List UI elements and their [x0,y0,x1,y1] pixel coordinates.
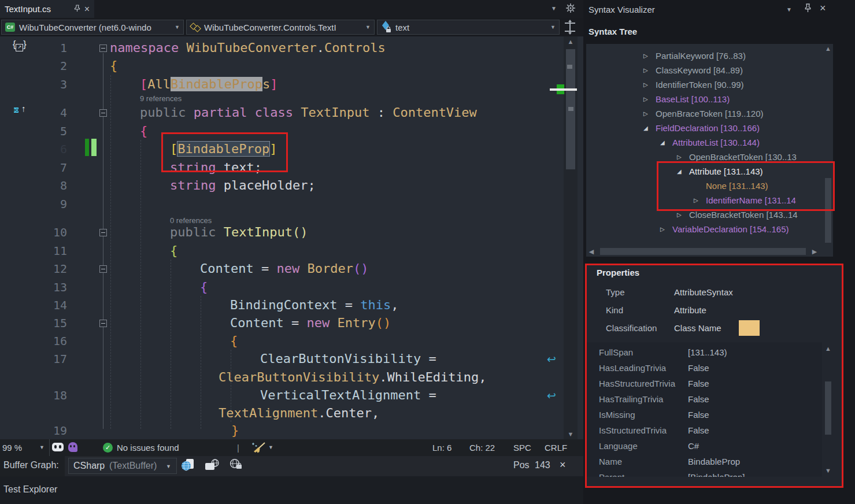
code-token: TextInput [301,105,369,120]
property-grid-row[interactable]: FullSpan[131..143) [586,344,822,360]
scrollbar-caret-mark [550,88,577,91]
fold-collapse-icon[interactable] [99,45,107,52]
buffer-graph-combo[interactable]: CSharp (TextBuffer) ▼ [68,458,177,474]
property-label: IsMissing [599,407,687,423]
scroll-left-icon[interactable]: ◀ [587,248,595,255]
tree-scrollbar-v[interactable]: ▲ [823,44,833,246]
tree-collapsed-icon[interactable]: ▷ [694,193,698,207]
tree-collapsed-icon[interactable]: ▷ [643,63,648,77]
line-number: 6 [23,140,67,158]
line-number: 3 [23,75,67,94]
tree-item[interactable]: ▷IdentifierName [131..14 [586,193,820,207]
tree-item-label: Attribute [131..143) [689,164,763,179]
tree-collapsed-icon[interactable]: ▷ [643,77,648,92]
scroll-up-icon[interactable]: ▲ [823,45,833,52]
tree-item[interactable]: None [131..143) [586,179,820,193]
properties-panel: Properties TypeAttributeSyntaxKindAttrib… [585,264,843,488]
property-grid-row[interactable]: NameBindableProp [586,454,822,469]
code-token: Controls [324,40,386,55]
chevron-down-icon[interactable]: ▼ [268,439,273,456]
property-value: Attribute [674,301,706,319]
scroll-down-icon[interactable]: ▼ [564,431,578,438]
property-grid-row[interactable]: HasStructuredTriviaFalse [586,376,822,391]
zoom-control[interactable]: 99 % ▼ [0,439,50,456]
scroll-right-icon[interactable]: ▶ [810,248,819,255]
properties-scrollbar[interactable]: ▲ ▼ [823,343,833,477]
inheritance-io-icon[interactable]: IO ↑ [14,103,25,114]
tree-item[interactable]: ▷OpenBracketToken [130..13 [586,150,820,164]
property-label: HasStructuredTrivia [599,376,687,391]
pin-icon[interactable] [804,3,812,16]
intellicode-icon[interactable] [68,442,77,452]
tree-item[interactable]: ▷PartialKeyword [76..83) [586,49,820,63]
issues-status[interactable]: No issues found [117,439,179,456]
tree-item[interactable]: ▷CloseBracketToken [143..14 [586,207,820,222]
tree-collapsed-icon[interactable]: ▷ [643,49,648,63]
code-line: Content = new Border() [200,260,368,278]
fold-collapse-icon[interactable] [99,265,107,273]
fold-collapse-icon[interactable] [99,109,107,117]
code-token: .Center, [318,406,379,420]
classification-color-swatch [739,320,760,336]
scrollbar-thumb[interactable] [825,381,831,435]
tree-item[interactable]: ◢FieldDeclaration [130..166) [586,121,820,135]
property-label: Kind [606,301,674,319]
fold-collapse-icon[interactable] [99,320,107,327]
tree-expanded-icon[interactable]: ◢ [677,164,682,179]
tree-item[interactable]: ▷IdentifierToken [90..99) [586,77,820,92]
property-grid-row[interactable]: LanguageC# [586,438,822,454]
chevron-down-icon: ▼ [166,464,171,469]
fold-collapse-icon[interactable] [99,229,107,236]
tree-item-label: ClassKeyword [84..89) [656,63,743,77]
tree-item[interactable]: ▷VariableDeclaration [154..165) [586,222,820,236]
code-cleanup-broom-icon[interactable] [251,442,266,456]
code-line: namespace WibuTubeConverter.Controls [110,39,386,57]
tree-collapsed-icon[interactable]: ▷ [677,150,682,164]
tree-expanded-icon[interactable]: ◢ [643,121,648,135]
property-grid-row[interactable]: IsStructuredTriviaFalse [586,423,822,438]
tree-item[interactable]: ▷ClassKeyword [84..89) [586,63,820,77]
scroll-down-icon[interactable]: ▼ [823,467,833,474]
tree-item[interactable]: ◢AttributeList [130..144) [586,135,820,150]
editor-region: 1namespace WibuTubeConverter.Controls2{3… [0,0,583,504]
property-summary-row: ClassificationClass Name [585,319,839,337]
tree-collapsed-icon[interactable]: ▷ [677,207,682,222]
tree-item[interactable]: ▷OpenBraceToken [119..120) [586,106,820,121]
property-value: BindableProp [688,454,740,469]
codelens-references[interactable]: 9 references [140,94,182,103]
scroll-up-icon[interactable]: ▲ [564,38,578,45]
tree-item[interactable]: ▷BaseList [100..113) [586,92,820,106]
code-token: class [255,105,293,120]
tree-collapsed-icon[interactable]: ▷ [643,92,648,106]
editor-scrollbar[interactable]: ▲ ▼ [564,36,578,439]
tree-item[interactable]: ◢Attribute [131..143) [586,164,820,179]
close-panel-icon[interactable]: × [820,2,826,14]
close-icon[interactable]: × [560,459,566,471]
code-editor[interactable]: 1namespace WibuTubeConverter.Controls2{3… [0,36,583,439]
globe-lock-icon[interactable] [230,458,240,471]
property-value: False [688,360,709,376]
property-summary-row: TypeAttributeSyntax [585,283,839,301]
tree-expanded-icon[interactable]: ◢ [660,135,665,150]
syntax-tree-label: Syntax Tree [588,27,637,36]
test-explorer-label[interactable]: Test Explorer [3,484,57,495]
code-token: namespace [110,40,179,55]
tree-collapsed-icon[interactable]: ▷ [643,106,648,121]
code-token: { [140,124,147,138]
property-grid-row[interactable]: HasTrailingTriviaFalse [586,391,822,407]
line-number: 17 [23,350,67,368]
line-number: 12 [23,260,67,278]
tree-collapsed-icon[interactable]: ▷ [660,222,665,236]
property-grid-row[interactable]: Parent[BindableProp] [586,469,822,477]
word-wrap-icon: ↩ [547,386,556,405]
scrollbar-thumb[interactable] [825,178,831,243]
panel-dropdown-icon[interactable]: ▼ [786,6,792,13]
code-token: } [231,423,239,438]
property-grid-row[interactable]: HasLeadingTriviaFalse [586,360,822,376]
scroll-up-icon[interactable]: ▲ [823,345,833,352]
property-grid-row[interactable]: IsMissingFalse [586,407,822,423]
ide-window: TextInput.cs × ▼ C# WibuTubeConverter (n… [0,0,855,504]
tree-scrollbar-h[interactable]: ◀ ▶ [586,246,823,257]
copilot-icon[interactable] [52,443,64,451]
scrollbar-thumb[interactable] [600,248,806,255]
